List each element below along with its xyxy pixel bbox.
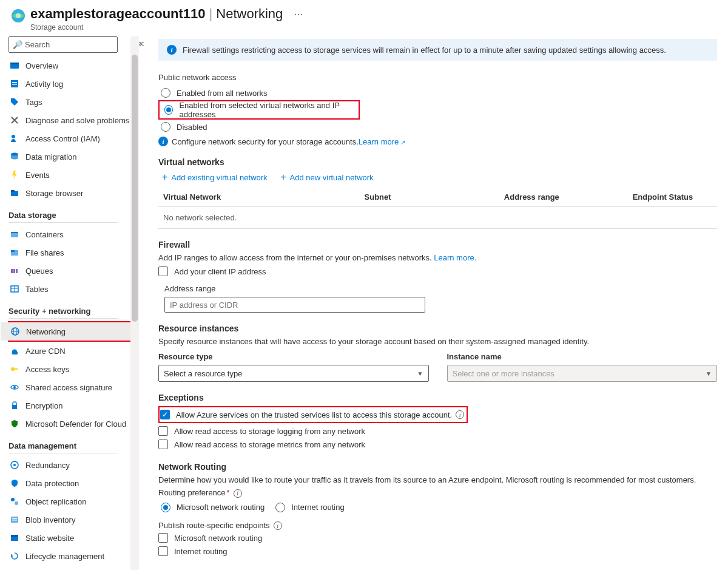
nav-diagnose[interactable]: Diagnose and solve problems — [8, 111, 130, 129]
col-vnet: Virtual Network — [158, 188, 360, 207]
nav-static-website[interactable]: Static website — [8, 529, 130, 547]
nav-access-keys[interactable]: Access keys — [8, 360, 130, 378]
nav-tables[interactable]: Tables — [8, 280, 130, 298]
address-range-label: Address range — [164, 284, 717, 293]
col-range: Address range — [499, 188, 628, 207]
blob-inventory-icon — [10, 515, 19, 524]
add-existing-vnet-button[interactable]: +Add existing virtual network — [162, 172, 268, 183]
metrics-checkbox[interactable]: Allow read access to storage metrics fro… — [158, 438, 717, 451]
nav-tags[interactable]: Tags — [8, 93, 130, 111]
banner-text: Firewall settings restricting access to … — [183, 46, 666, 55]
learn-more-link[interactable]: Learn more↗ — [359, 137, 405, 146]
trusted-services-checkbox[interactable]: ✓Allow Azure services on the trusted ser… — [160, 408, 464, 421]
col-subnet: Subnet — [360, 188, 499, 207]
svg-point-7 — [12, 135, 15, 138]
sas-icon — [10, 382, 19, 392]
nav-networking-highlight: Networking — [8, 321, 133, 342]
nav-file-shares[interactable]: File shares — [8, 243, 130, 262]
nav-azure-cdn[interactable]: Azure CDN — [8, 342, 130, 360]
queues-icon — [10, 266, 19, 276]
resource-type-select[interactable]: Select a resource type▼ — [158, 365, 429, 382]
svg-rect-28 — [12, 405, 17, 409]
redundancy-icon — [10, 460, 19, 470]
tables-icon — [10, 284, 19, 294]
routing-internet-radio[interactable]: Internet routing — [273, 500, 344, 515]
firewall-learn-more[interactable]: Learn more. — [434, 253, 476, 262]
nav-blob-inventory[interactable]: Blob inventory — [8, 511, 130, 529]
info-icon[interactable]: i — [456, 410, 464, 419]
firewall-desc: Add IP ranges to allow access from the i… — [158, 253, 717, 262]
vnet-empty-text: No network selected. — [158, 207, 717, 229]
svg-rect-5 — [12, 82, 17, 83]
overview-icon — [10, 61, 19, 70]
svg-point-30 — [13, 464, 16, 466]
nav-defender[interactable]: Microsoft Defender for Cloud — [8, 415, 130, 433]
svg-rect-6 — [12, 84, 17, 85]
exceptions-trusted-highlight: ✓Allow Azure services on the trusted ser… — [158, 406, 468, 423]
vnet-heading: Virtual networks — [158, 157, 717, 167]
sidebar-search[interactable]: 🔎 Search — [8, 36, 118, 53]
info-banner: i Firewall settings restricting access t… — [158, 39, 717, 61]
nav-redundancy[interactable]: Redundancy — [8, 456, 130, 474]
chevron-down-icon: ▼ — [417, 370, 423, 377]
svg-rect-25 — [14, 368, 18, 370]
publish-endpoints-label: Publish route-specific endpointsi — [158, 521, 717, 531]
info-icon[interactable]: i — [234, 489, 242, 498]
radio-selected-networks[interactable]: Enabled from selected virtual networks a… — [162, 103, 356, 117]
svg-rect-17 — [16, 269, 18, 273]
nav-access-control[interactable]: Access Control (IAM) — [8, 129, 130, 148]
nav-activity-log[interactable]: Activity log — [8, 75, 130, 93]
nav-events[interactable]: Events — [8, 166, 130, 184]
resource-type-label: Storage account — [30, 23, 303, 32]
nav-overview[interactable]: Overview — [8, 56, 130, 75]
nav-networking[interactable]: Networking — [1, 322, 130, 341]
defender-icon — [10, 419, 19, 429]
nav-object-replication[interactable]: Object replication — [8, 492, 130, 511]
nav-storage-browser[interactable]: Storage browser — [8, 184, 130, 202]
title-divider: | — [209, 6, 213, 22]
diagnose-icon — [10, 115, 19, 125]
containers-icon — [10, 229, 19, 239]
svg-point-31 — [11, 498, 15, 501]
radio-selected-highlight: Enabled from selected virtual networks a… — [158, 100, 360, 120]
address-range-input[interactable] — [164, 297, 425, 313]
routing-ms-radio[interactable]: Microsoft network routing — [158, 500, 265, 515]
instance-name-select[interactable]: Select one or more instances▼ — [447, 365, 718, 382]
nav-containers[interactable]: Containers — [8, 225, 130, 243]
nav-data-migration[interactable]: Data migration — [8, 148, 130, 166]
more-button[interactable]: ··· — [294, 8, 303, 21]
sidebar: 🔎 Search ≪ Overview Activity log Tags Di… — [0, 36, 130, 570]
cdn-icon — [10, 346, 19, 356]
object-replication-icon — [10, 497, 19, 506]
file-shares-icon — [10, 248, 19, 257]
keys-icon — [10, 364, 19, 374]
svg-point-32 — [15, 501, 18, 505]
nav-sas[interactable]: Shared access signature — [8, 378, 130, 396]
svg-rect-12 — [11, 232, 18, 233]
info-icon[interactable]: i — [274, 521, 282, 530]
lifecycle-icon — [10, 551, 19, 561]
logging-checkbox[interactable]: Allow read access to storage logging fro… — [158, 424, 717, 438]
svg-point-1 — [16, 13, 21, 18]
resource-name: examplestorageaccount110 — [30, 6, 206, 22]
svg-rect-9 — [11, 191, 18, 196]
routing-desc: Determine how you would like to route yo… — [158, 475, 717, 484]
nav-encryption[interactable]: Encryption — [8, 396, 130, 415]
search-icon: 🔎 — [13, 40, 22, 49]
publish-ms-checkbox[interactable]: Microsoft network routing — [158, 531, 717, 545]
sidebar-scrollbar[interactable] — [130, 36, 139, 570]
page-header: examplestorageaccount110 | Networking ··… — [0, 0, 728, 36]
nav-data-protection[interactable]: Data protection — [8, 474, 130, 492]
networking-icon — [10, 327, 20, 336]
radio-disabled[interactable]: Disabled — [158, 120, 717, 134]
radio-all-networks[interactable]: Enabled from all networks — [158, 86, 717, 100]
svg-point-27 — [13, 386, 16, 388]
publish-internet-checkbox[interactable]: Internet routing — [158, 545, 717, 558]
add-client-ip-checkbox[interactable]: Add your client IP address — [158, 265, 717, 278]
nav-group-security: Security + networking — [8, 307, 130, 316]
nav-queues[interactable]: Queues — [8, 262, 130, 280]
nav-lifecycle[interactable]: Lifecycle management — [8, 547, 130, 565]
add-new-vnet-button[interactable]: +Add new virtual network — [280, 172, 373, 183]
svg-rect-3 — [10, 63, 19, 64]
nav-group-data-storage: Data storage — [8, 211, 130, 220]
